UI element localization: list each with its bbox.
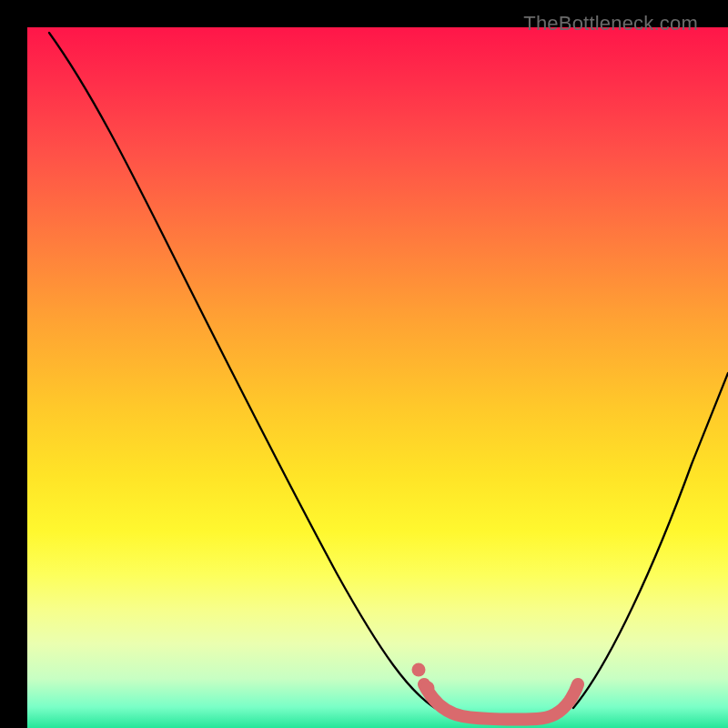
chart-frame: TheBottleneck.com xyxy=(14,14,714,714)
watermark-text: TheBottleneck.com xyxy=(523,12,698,35)
gradient-background xyxy=(27,27,728,728)
